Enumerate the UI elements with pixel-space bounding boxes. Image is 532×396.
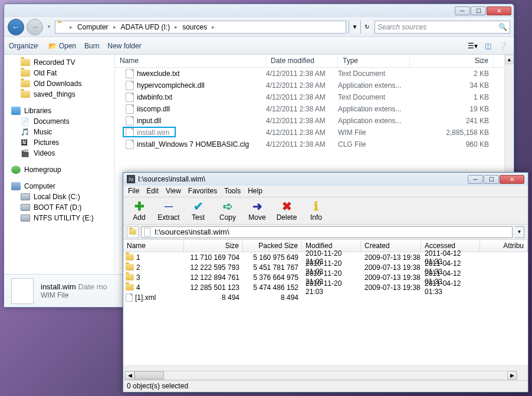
breadcrumb[interactable]: sources [180, 23, 209, 31]
menu-view[interactable]: View [166, 187, 181, 196]
folder-icon [126, 274, 134, 280]
help-button[interactable]: ❔ [497, 40, 509, 52]
library-icon [11, 107, 21, 115]
archive-list: Name Size Packed Size Modified Created A… [123, 240, 528, 365]
add-button[interactable]: ✚ Add [128, 199, 150, 223]
move-icon: ➜ [251, 200, 264, 213]
file-row[interactable]: install_Windows 7 HOMEBASIC.clg 4/12/201… [115, 138, 514, 150]
path-input[interactable] [141, 226, 513, 238]
refresh-button[interactable]: ↻ [360, 21, 372, 34]
burn-button[interactable]: Burn [84, 42, 99, 50]
file-icon [126, 104, 134, 114]
address-dropdown-button[interactable]: ▼ [349, 21, 360, 34]
path-dropdown-button[interactable]: ▼ [515, 226, 524, 238]
sidebar-drive-item[interactable]: BOOT FAT (D:) [4, 202, 114, 213]
move-button[interactable]: ➜ Move [246, 199, 268, 223]
menu-file[interactable]: File [128, 187, 139, 196]
column-header-name[interactable]: Name [115, 55, 266, 67]
file-row[interactable]: hypervcomplcheck.dll 4/12/2011 2:38 AM A… [115, 80, 514, 91]
organize-button[interactable]: Organize ▼ [9, 42, 40, 50]
scroll-right-button[interactable]: ▶ [507, 371, 517, 380]
chevron-right-icon[interactable]: ▸ [173, 24, 179, 30]
column-header-name[interactable]: Name [123, 240, 184, 252]
column-header-date[interactable]: Date modified [266, 55, 338, 67]
library-item-icon: 🖼 [21, 138, 30, 147]
file-row[interactable]: install.wim 4/12/2011 2:38 AM WIM File 2… [115, 127, 514, 138]
sidebar-item[interactable]: saved_things [4, 89, 114, 100]
view-options-button[interactable]: ☰ ▾ [467, 40, 478, 52]
toolbar: Organize ▼ 📂Open Burn New folder ☰ ▾ ◫ ❔ [4, 37, 514, 55]
nav-history-dropdown[interactable]: ▼ [45, 24, 52, 29]
file-icon [126, 128, 134, 137]
column-header-created[interactable]: Created [361, 240, 421, 252]
menu-favorites[interactable]: Favorites [188, 187, 217, 196]
add-icon: ✚ [133, 200, 146, 213]
archive-row[interactable]: 4 12 285 501 123 5 474 486 152 2010-11-2… [123, 282, 528, 292]
library-item-icon: 📄 [21, 117, 30, 126]
chevron-right-icon[interactable]: ▸ [68, 24, 74, 30]
libraries-group[interactable]: Libraries [4, 105, 114, 116]
maximize-button[interactable]: ☐ [471, 6, 486, 15]
maximize-button[interactable]: ☐ [484, 175, 499, 184]
folder-icon [21, 70, 30, 77]
library-item-icon: 🎵 [21, 128, 30, 136]
sidebar-drive-item[interactable]: Local Disk (C:) [4, 192, 114, 202]
column-header-type[interactable]: Type [338, 55, 410, 67]
minimize-button[interactable]: ─ [468, 175, 483, 184]
new-folder-button[interactable]: New folder [107, 42, 141, 50]
forward-button[interactable]: → [27, 19, 43, 35]
horizontal-scrollbar[interactable]: ◀ ▶ [124, 371, 517, 380]
column-header-size[interactable]: Size [184, 240, 243, 252]
file-row[interactable]: hwexclude.txt 4/12/2011 2:38 AM Text Doc… [115, 68, 514, 80]
preview-pane-button[interactable]: ◫ [482, 40, 494, 52]
sevenzip-window: 7z I:\sources\install.wim\ ─ ☐ ✕ FileEdi… [123, 172, 528, 392]
explorer-titlebar[interactable]: ─ ☐ ✕ [4, 4, 514, 17]
folder-icon [21, 80, 30, 87]
breadcrumb[interactable]: Computer [75, 23, 111, 31]
close-button[interactable]: ✕ [500, 175, 524, 184]
scroll-left-button[interactable]: ◀ [125, 371, 134, 380]
menu-tools[interactable]: Tools [224, 187, 241, 196]
minimize-button[interactable]: ─ [455, 6, 470, 15]
address-bar[interactable]: ▸ Computer ▸ ADATA UFD (I:) ▸ sources ▸ [55, 21, 346, 34]
folder-up-icon [129, 229, 136, 235]
sidebar-item[interactable]: Recorded TV [4, 57, 114, 68]
delete-button[interactable]: ✖ Delete [275, 199, 298, 223]
close-button[interactable]: ✕ [487, 6, 511, 15]
sidebar-item[interactable]: Old Fat [4, 68, 114, 78]
open-button[interactable]: 📂Open [48, 42, 76, 50]
sevenzip-titlebar[interactable]: 7z I:\sources\install.wim\ ─ ☐ ✕ [123, 173, 528, 186]
sidebar-library-item[interactable]: 🎬Videos [4, 148, 114, 159]
breadcrumb[interactable]: ADATA UFD (I:) [119, 23, 173, 31]
column-header-size[interactable]: Size [410, 55, 494, 67]
scroll-up-button[interactable]: ▲ [505, 55, 514, 64]
info-button[interactable]: ℹ Info [305, 199, 327, 223]
back-button[interactable]: ← [8, 19, 24, 35]
search-input[interactable]: Search sources 🔍 [375, 21, 510, 34]
copy-button[interactable]: ➪ Copy [216, 199, 239, 223]
sidebar-library-item[interactable]: 📄Documents [4, 116, 114, 127]
sidebar-library-item[interactable]: 🎵Music [4, 127, 114, 137]
sidebar-drive-item[interactable]: NTFS UTILITY (E:) [4, 213, 114, 223]
chevron-right-icon[interactable]: ▸ [112, 24, 117, 30]
file-row[interactable]: idwbinfo.txt 4/12/2011 2:38 AM Text Docu… [115, 91, 514, 103]
sidebar-library-item[interactable]: 🖼Pictures [4, 137, 114, 148]
column-header-attributes[interactable]: Attribu [480, 240, 528, 252]
file-icon [126, 81, 134, 90]
sidebar-item[interactable]: Old Downloads [4, 78, 114, 89]
drive-icon [21, 204, 30, 211]
up-button[interactable] [127, 226, 139, 238]
chevron-right-icon[interactable]: ▸ [211, 24, 216, 30]
chevron-down-icon: ▼ [35, 43, 40, 48]
file-row[interactable]: iiscomp.dll 4/12/2011 2:38 AM Applicatio… [115, 103, 514, 115]
file-row[interactable]: input.dll 4/12/2011 2:38 AM Application … [115, 115, 514, 127]
menu-help[interactable]: Help [248, 187, 262, 196]
search-icon: 🔍 [498, 23, 507, 31]
extract-button[interactable]: ─ Extract [157, 199, 180, 223]
homegroup-group[interactable]: Homegroup [4, 164, 114, 175]
scrollbar-thumb[interactable] [134, 371, 164, 380]
test-button[interactable]: ✔ Test [187, 199, 209, 223]
computer-group[interactable]: Computer [4, 181, 114, 192]
menu-edit[interactable]: Edit [146, 187, 159, 196]
column-header-packed[interactable]: Packed Size [243, 240, 302, 252]
